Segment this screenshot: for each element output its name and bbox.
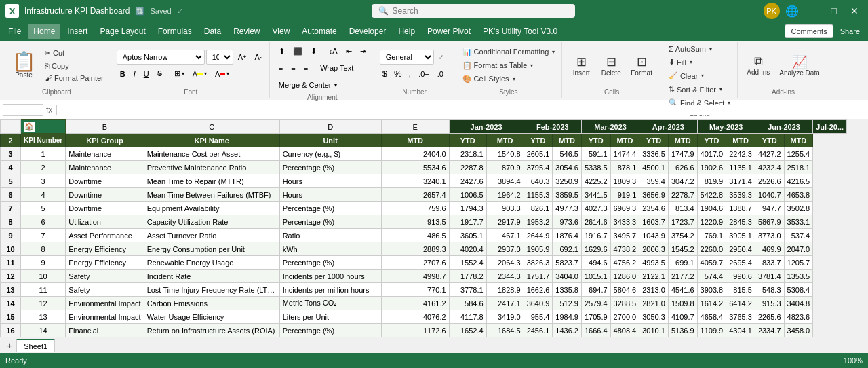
format-painter-button[interactable]: 🖌 Format Painter [42,73,106,84]
data-cell-1[interactable]: 1652.4 [449,324,486,337]
data-cell-11[interactable]: 5867.9 [755,215,784,229]
unit-cell[interactable]: Hours [279,188,381,202]
data-cell-2[interactable]: 2937.0 [486,242,524,256]
data-cell-3[interactable]: 955.4 [524,310,553,324]
data-cell-7[interactable]: 4993.5 [639,256,669,270]
clear-button[interactable]: 🧹 Clear ▾ [666,70,707,81]
data-cell-9[interactable]: 1109.9 [697,324,726,337]
kpi-name-cell[interactable]: Preventive Maintenance Ratio [144,161,279,174]
data-cell-11[interactable]: 548.3 [755,283,784,297]
data-cell-1[interactable]: 3605.1 [449,229,486,242]
font-color-button[interactable]: A ▾ [212,67,233,81]
data-cell-3[interactable]: 1751.7 [524,270,553,283]
fill-button[interactable]: ⬇ Fill ▾ [666,56,695,68]
data-cell-1[interactable]: 1552.4 [449,256,486,270]
data-cell-0[interactable]: 2404.0 [381,147,449,161]
kpi-name-cell[interactable]: Lost Time Injury Frequency Rate (LTIFR) [144,283,279,297]
data-cell-2[interactable]: 2917.9 [486,215,524,229]
data-cell-3[interactable]: 2456.1 [524,324,553,337]
data-cell-7[interactable]: 2354.6 [639,202,669,215]
data-cell-5[interactable]: 2579.4 [581,297,610,310]
unit-cell[interactable]: Percentage (%) [279,161,381,174]
cell-styles-button[interactable]: 🎨 Cell Styles ▾ [460,73,518,85]
data-cell-5[interactable]: 1916.7 [581,229,610,242]
data-cell-5[interactable]: 694.7 [581,283,610,297]
unit-cell[interactable]: Ratio [279,229,381,242]
add-ins-button[interactable]: ⧉ Add-ins [743,45,773,86]
data-cell-4[interactable]: 3404.0 [553,270,582,283]
data-cell-2[interactable]: 3419.0 [486,310,524,324]
analyze-data-button[interactable]: 📈 Analyze Data [776,45,823,86]
sheet-tab-1[interactable]: Sheet1 [16,339,55,352]
data-cell-5[interactable]: 1629.6 [581,242,610,256]
menu-developer[interactable]: Developer [344,24,392,39]
menu-review[interactable]: Review [228,24,265,39]
data-cell-11[interactable]: 2265.6 [755,310,784,324]
data-cell-8[interactable]: 1723.7 [668,215,697,229]
data-cell-5[interactable]: 1705.9 [581,310,610,324]
data-cell-10[interactable]: 3539.3 [726,188,755,202]
data-cell-4[interactable]: 4977.3 [553,202,582,215]
data-cell-5[interactable]: 1666.4 [581,324,610,337]
data-cell-8[interactable]: 3754.2 [668,229,697,242]
data-cell-4[interactable]: 1436.2 [553,324,582,337]
data-cell-1[interactable]: 4117.8 [449,310,486,324]
data-cell-2[interactable]: 2064.3 [486,256,524,270]
data-cell-3[interactable]: 826.1 [524,202,553,215]
data-cell-1[interactable]: 1917.7 [449,215,486,229]
data-cell-8[interactable]: 3047.2 [668,174,697,188]
data-cell-11[interactable]: 4427.2 [755,147,784,161]
kpi-id-cell[interactable]: 5 [21,202,66,215]
data-cell-9[interactable]: 574.4 [697,270,726,283]
number-format-select[interactable]: General [380,50,434,65]
kpi-id-cell[interactable]: 8 [21,242,66,256]
data-cell-11[interactable]: 915.3 [755,297,784,310]
kpi-name-cell[interactable]: Maintenance Cost per Asset [144,147,279,161]
kpi-group-cell[interactable]: Utilization [66,215,144,229]
kpi-name-cell[interactable]: Return on Infrastructure Assets (ROIA) [144,324,279,337]
data-cell-8[interactable]: 813.4 [668,202,697,215]
data-cell-3[interactable]: 1953.2 [524,215,553,229]
data-cell-7[interactable]: 3010.1 [639,324,669,337]
data-cell-5[interactable]: 1015.1 [581,270,610,283]
data-cell-4[interactable]: 973.6 [553,215,582,229]
data-cell-11[interactable]: 2526.6 [755,174,784,188]
data-cell-9[interactable]: 3903.8 [697,283,726,297]
menu-data[interactable]: Data [199,24,226,39]
search-input[interactable] [393,6,555,16]
data-cell-10[interactable]: 4304.1 [726,324,755,337]
menu-pk-utility[interactable]: PK's Utility Tool V3.0 [477,24,563,39]
align-middle-button[interactable]: ⬛ [290,43,306,58]
format-as-table-button[interactable]: 📋 Format as Table ▾ [460,60,536,71]
kpi-id-cell[interactable]: 4 [21,188,66,202]
data-cell-10[interactable]: 2695.4 [726,256,755,270]
avatar[interactable]: PK [764,3,780,19]
data-cell-8[interactable]: 1747.9 [668,147,697,161]
data-cell-10[interactable]: 6414.2 [726,297,755,310]
font-name-select[interactable]: Aptos Narrow [117,50,205,65]
data-cell-12[interactable]: 2047.0 [784,242,813,256]
menu-page-layout[interactable]: Page Layout [94,24,151,39]
data-cell-12[interactable]: 3458.0 [784,324,813,337]
data-cell-0[interactable]: 913.5 [381,215,449,229]
data-cell-6[interactable]: 919.1 [610,188,639,202]
conditional-formatting-button[interactable]: 📊 Conditional Formatting ▾ [460,46,558,58]
data-cell-4[interactable]: 512.9 [553,297,582,310]
kpi-group-cell[interactable]: Financial [66,324,144,337]
data-cell-0[interactable]: 2657.4 [381,188,449,202]
text-direction-button[interactable]: ↕A [326,43,341,58]
data-cell-2[interactable]: 870.9 [486,161,524,174]
data-cell-1[interactable]: 2287.8 [449,161,486,174]
data-cell-6[interactable]: 1474.4 [610,147,639,161]
data-cell-4[interactable]: 546.5 [553,147,582,161]
data-cell-3[interactable]: 1155.3 [524,188,553,202]
kpi-name-cell[interactable]: Asset Turnover Ratio [144,229,279,242]
kpi-group-cell[interactable]: Energy Efficiency [66,242,144,256]
borders-button[interactable]: ⊞ ▾ [171,67,188,81]
unit-cell[interactable]: Incidents per million hours [279,283,381,297]
kpi-name-cell[interactable]: Equipment Availability [144,202,279,215]
kpi-group-cell[interactable]: Asset Performance [66,229,144,242]
kpi-group-cell[interactable]: Safety [66,270,144,283]
data-cell-0[interactable]: 4998.7 [381,270,449,283]
maximize-button[interactable]: □ [827,4,841,18]
